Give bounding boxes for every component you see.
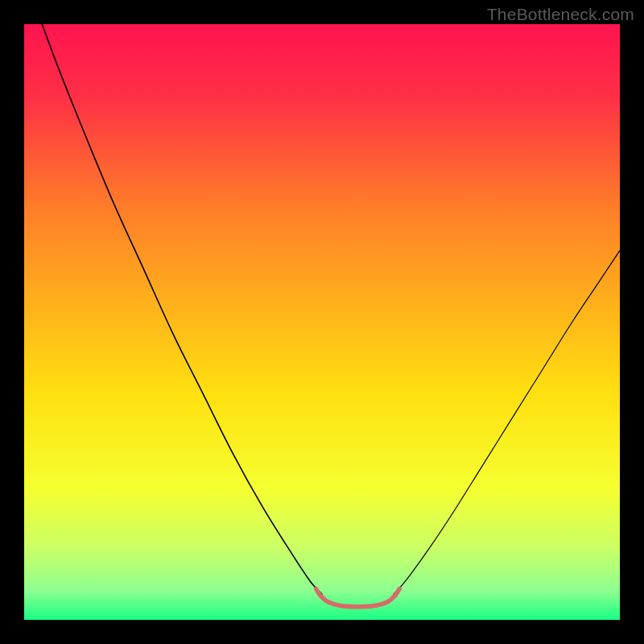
chart-svg (24, 24, 620, 620)
plot-area (24, 24, 620, 620)
gradient-background (24, 24, 620, 620)
watermark-text: TheBottleneck.com (487, 5, 634, 24)
chart-outer-frame: TheBottleneck.com (0, 0, 644, 644)
